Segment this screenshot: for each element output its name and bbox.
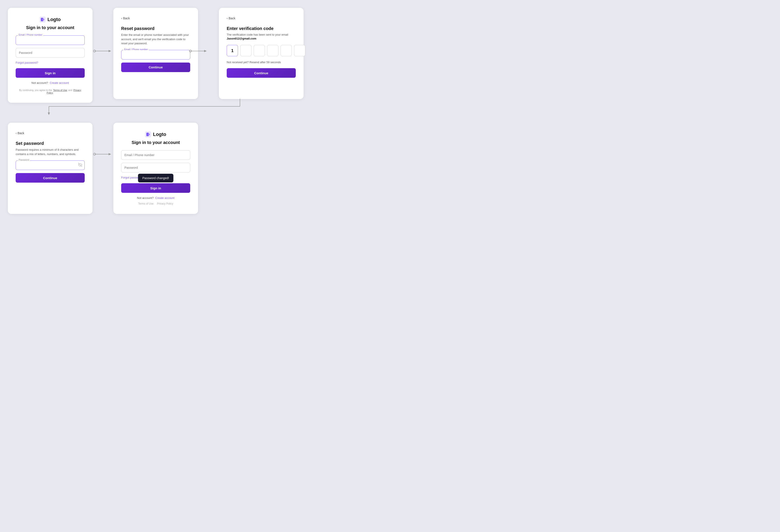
- code-box-4[interactable]: [267, 45, 278, 56]
- create-account-row-2: Not account? Create account: [121, 196, 190, 200]
- final-email-input-group: [121, 150, 190, 160]
- back-button-card4[interactable]: ‹ Back: [16, 131, 24, 135]
- set-password-card: ‹ Back Set password Password requires a …: [8, 123, 93, 214]
- signin-title: Sign in to your account: [16, 25, 85, 30]
- verification-continue-button[interactable]: Continue: [227, 68, 296, 78]
- signin-final-card: Logto Sign in to your account Forgot pas…: [113, 123, 198, 214]
- reset-password-subtitle: Enter the email or phone number associat…: [121, 33, 190, 46]
- email-label: Email / Phone number: [18, 34, 43, 36]
- create-account-row: Not account? Create account: [16, 81, 85, 85]
- no-account-text-2: Not account?: [137, 196, 154, 200]
- reset-password-card: ‹ Back Reset password Enter the email or…: [113, 8, 198, 99]
- signin-final-title: Sign in to your account: [121, 140, 190, 145]
- verification-email: Jason012@gmail.com: [227, 37, 256, 40]
- logo-area-2: Logto: [121, 131, 190, 138]
- back-chevron-icon3: ‹: [16, 131, 17, 135]
- final-password-input[interactable]: [121, 163, 190, 173]
- email-input-group: Email / Phone number: [16, 35, 85, 45]
- create-account-link[interactable]: Create account: [50, 81, 69, 85]
- logo-text: Logto: [47, 17, 61, 22]
- back-chevron-icon2: ‹: [227, 16, 228, 20]
- no-account-text: Not account?: [32, 81, 48, 85]
- final-password-input-group: [121, 163, 190, 173]
- forgot-password-link[interactable]: Forgot password?: [16, 61, 38, 64]
- terms-of-use-link-2[interactable]: Terms of Use: [138, 202, 153, 205]
- back-button-card3[interactable]: ‹ Back: [227, 16, 235, 20]
- back-chevron-icon: ‹: [121, 16, 122, 20]
- reset-continue-button[interactable]: Continue: [121, 62, 190, 72]
- logo-area: Logto: [16, 16, 85, 22]
- code-box-6[interactable]: [294, 45, 305, 56]
- verification-card: ‹ Back Enter verification code The verif…: [219, 8, 303, 99]
- final-email-input[interactable]: [121, 150, 190, 160]
- signin-button[interactable]: Sign in: [16, 68, 85, 78]
- set-password-label: Password: [18, 158, 30, 161]
- reset-email-label: Email / Phone number: [123, 48, 149, 51]
- terms-of-use-link[interactable]: Terms of Use: [53, 89, 67, 91]
- verification-title: Enter verification code: [227, 26, 296, 31]
- set-password-continue-button[interactable]: Continue: [16, 173, 85, 183]
- password-input[interactable]: [16, 48, 85, 57]
- eye-slash-icon[interactable]: [78, 163, 82, 167]
- set-password-input-group: Password: [16, 160, 85, 170]
- svg-marker-9: [48, 112, 50, 115]
- create-account-link-2[interactable]: Create account: [155, 196, 175, 200]
- terms-text: By continuing, you agree to the Terms of…: [16, 89, 85, 94]
- set-password-input[interactable]: [16, 160, 85, 170]
- set-password-title: Set password: [16, 141, 85, 146]
- logto-icon: [40, 16, 46, 22]
- reset-password-title: Reset password: [121, 26, 190, 31]
- password-changed-toast: Password changed!: [138, 174, 174, 182]
- set-password-subtitle: Password requires a minimum of 8 charact…: [16, 148, 85, 156]
- signin-card: Logto Sign in to your account Email / Ph…: [8, 8, 93, 103]
- code-box-5[interactable]: [281, 45, 292, 56]
- reset-email-input-group: Email / Phone number: [121, 50, 190, 59]
- privacy-policy-link-2[interactable]: Privacy Policy: [157, 202, 173, 205]
- back-button-card2[interactable]: ‹ Back: [121, 16, 130, 20]
- email-input[interactable]: [16, 35, 85, 45]
- svg-rect-15: [43, 19, 44, 20]
- svg-rect-19: [148, 134, 150, 135]
- logto-icon-2: [145, 131, 151, 138]
- signin-final-button[interactable]: Sign in: [121, 183, 190, 193]
- reset-email-input[interactable]: [121, 50, 190, 59]
- verification-subtitle: The verification code has been sent to y…: [227, 33, 296, 41]
- code-box-2[interactable]: [240, 45, 251, 56]
- terms-row: Terms of Use Privacy Policy: [121, 202, 190, 205]
- password-input-group: [16, 48, 85, 57]
- code-boxes: [227, 45, 296, 56]
- code-box-1[interactable]: [227, 45, 238, 56]
- resend-text: Not received yet? Resend after 59 second…: [227, 60, 296, 64]
- code-box-3[interactable]: [254, 45, 265, 56]
- logo-text-2: Logto: [153, 132, 166, 137]
